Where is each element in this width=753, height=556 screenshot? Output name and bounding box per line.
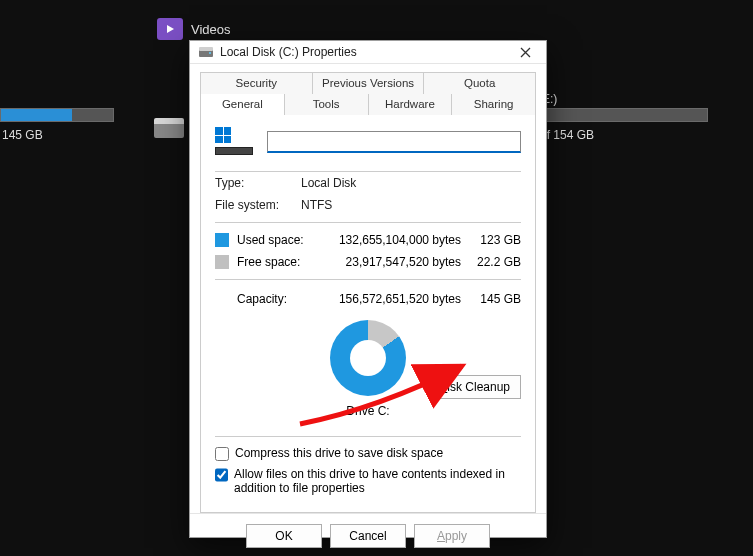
free-bytes: 23,917,547,520 bytes — [315, 255, 471, 269]
drive-left-usage-fill — [1, 109, 72, 121]
disk-cleanup-button[interactable]: Disk Cleanup — [428, 375, 521, 399]
cancel-button[interactable]: Cancel — [330, 524, 406, 548]
close-icon — [520, 47, 531, 58]
tab-previous-versions[interactable]: Previous Versions — [313, 72, 425, 94]
tab-general[interactable]: General — [200, 94, 285, 115]
videos-folder-icon — [157, 18, 183, 40]
svg-point-2 — [209, 52, 211, 54]
used-gb: 123 GB — [471, 233, 521, 247]
used-swatch — [215, 233, 229, 247]
tab-sharing[interactable]: Sharing — [452, 94, 536, 115]
dialog-buttons: OK Cancel Apply — [190, 513, 546, 556]
drive-caption: Drive C: — [215, 400, 521, 418]
compress-checkbox[interactable] — [215, 447, 229, 461]
usage-donut — [330, 320, 406, 396]
type-label: Type: — [215, 176, 301, 190]
videos-folder[interactable]: Videos — [157, 18, 231, 40]
fs-value: NTFS — [301, 198, 332, 212]
drive-left[interactable]: 145 GB — [0, 108, 114, 142]
capacity-gb: 145 GB — [471, 292, 521, 306]
tab-tools[interactable]: Tools — [285, 94, 369, 115]
compress-label: Compress this drive to save disk space — [235, 446, 443, 460]
free-label: Free space: — [237, 255, 315, 269]
volume-icon — [215, 127, 253, 157]
svg-rect-1 — [199, 47, 213, 51]
used-label: Used space: — [237, 233, 315, 247]
apply-button[interactable]: Apply — [414, 524, 490, 548]
videos-label: Videos — [191, 22, 231, 37]
tab-hardware[interactable]: Hardware — [369, 94, 453, 115]
disk-cleanup-label-rest: isk Cleanup — [447, 380, 510, 394]
properties-dialog: Local Disk (C:) Properties Security Prev… — [189, 40, 547, 538]
drive-icon — [154, 118, 184, 138]
free-gb: 22.2 GB — [471, 255, 521, 269]
drive-icon — [198, 44, 214, 60]
drive-right[interactable]: of 154 GB — [538, 108, 708, 142]
ok-button[interactable]: OK — [246, 524, 322, 548]
volume-name-input[interactable] — [267, 131, 521, 153]
capacity-label: Capacity: — [215, 292, 315, 306]
drive-left-usage-bar — [0, 108, 114, 122]
tabs: Security Previous Versions Quota General… — [190, 64, 546, 513]
dialog-title: Local Disk (C:) Properties — [220, 45, 512, 59]
free-swatch — [215, 255, 229, 269]
tab-quota[interactable]: Quota — [424, 72, 536, 94]
titlebar: Local Disk (C:) Properties — [190, 41, 546, 64]
close-button[interactable] — [512, 41, 538, 63]
capacity-bytes: 156,572,651,520 bytes — [315, 292, 471, 306]
fs-label: File system: — [215, 198, 301, 212]
index-checkbox[interactable] — [215, 468, 228, 482]
index-checkbox-row[interactable]: Allow files on this drive to have conten… — [215, 464, 521, 498]
drive-right-usage-bar — [538, 108, 708, 122]
drive-left-caption: 145 GB — [0, 128, 114, 142]
tab-body-general: Type:Local Disk File system:NTFS Used sp… — [200, 115, 536, 513]
used-bytes: 132,655,104,000 bytes — [315, 233, 471, 247]
type-value: Local Disk — [301, 176, 356, 190]
index-label: Allow files on this drive to have conten… — [234, 467, 521, 495]
compress-checkbox-row[interactable]: Compress this drive to save disk space — [215, 443, 521, 464]
tab-security[interactable]: Security — [200, 72, 313, 94]
drive-right-caption: of 154 GB — [538, 128, 708, 142]
